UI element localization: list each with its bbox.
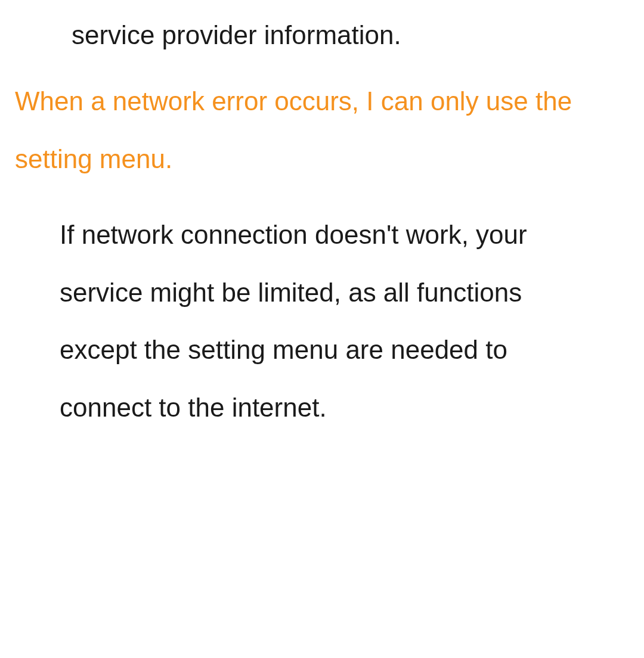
fragment-text: service provider information. (72, 18, 629, 52)
body-paragraph: If network connection doesn't work, your… (60, 206, 629, 437)
section-heading: When a network error occurs, I can only … (15, 73, 629, 188)
